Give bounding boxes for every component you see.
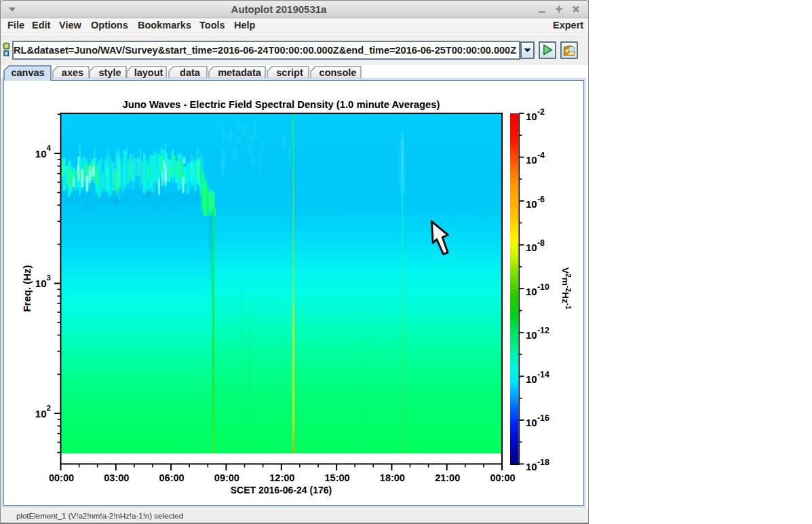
- svg-text:3: 3: [47, 274, 51, 282]
- svg-text:10: 10: [35, 408, 47, 419]
- svg-text:-14: -14: [537, 370, 549, 379]
- svg-text:10: 10: [35, 148, 47, 160]
- svg-text:10: 10: [526, 417, 537, 428]
- svg-text:V2m-2Hz-1: V2m-2Hz-1: [560, 267, 573, 310]
- svg-text:-16: -16: [537, 413, 549, 423]
- svg-text:15:00: 15:00: [325, 472, 350, 483]
- svg-text:12:00: 12:00: [269, 472, 294, 483]
- svg-text:10: 10: [526, 329, 537, 341]
- svg-text:-8: -8: [537, 238, 545, 248]
- svg-text:-18: -18: [537, 457, 549, 467]
- svg-text:Juno Waves - Electric Field Sp: Juno Waves - Electric Field Spectral Den…: [123, 99, 440, 110]
- svg-text:10: 10: [35, 278, 47, 289]
- svg-text:-4: -4: [537, 151, 545, 160]
- svg-text:18:00: 18:00: [380, 472, 405, 483]
- svg-text:03:00: 03:00: [104, 472, 129, 483]
- svg-text:-6: -6: [537, 195, 545, 204]
- svg-text:10: 10: [526, 461, 537, 472]
- svg-text:-2: -2: [537, 107, 545, 117]
- svg-text:09:00: 09:00: [214, 472, 239, 483]
- svg-text:-10: -10: [537, 282, 549, 292]
- svg-text:10: 10: [526, 111, 537, 122]
- svg-text:4: 4: [47, 144, 52, 152]
- svg-text:SCET 2016-06-24 (176): SCET 2016-06-24 (176): [231, 485, 332, 495]
- svg-text:10: 10: [526, 242, 537, 253]
- svg-text:21:00: 21:00: [435, 472, 460, 483]
- svg-text:06:00: 06:00: [159, 472, 185, 483]
- svg-text:10: 10: [526, 373, 537, 385]
- svg-text:Freq. (Hz): Freq. (Hz): [21, 265, 33, 312]
- svg-text:10: 10: [526, 154, 537, 166]
- svg-text:10: 10: [526, 286, 537, 297]
- svg-text:-12: -12: [537, 326, 549, 335]
- svg-text:00:00: 00:00: [49, 472, 74, 483]
- svg-text:00:00: 00:00: [490, 472, 515, 483]
- svg-text:10: 10: [526, 198, 537, 210]
- svg-text:2: 2: [47, 404, 51, 412]
